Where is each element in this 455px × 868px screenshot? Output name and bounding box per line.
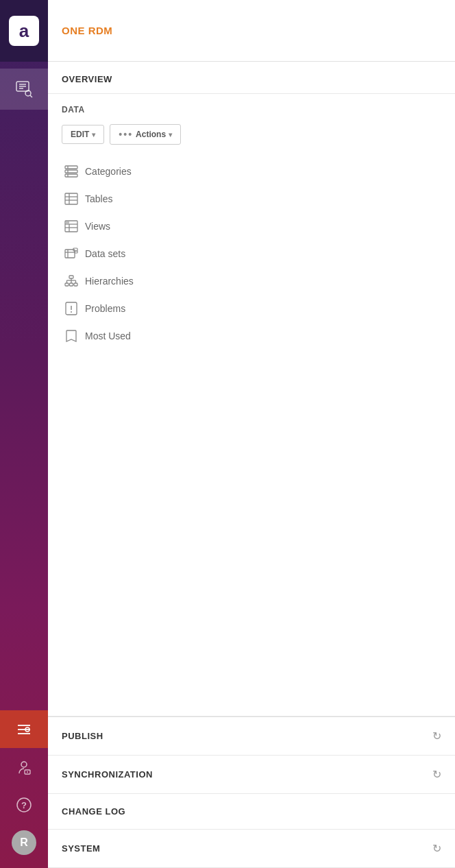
actions-dots-icon: ••• [119,129,133,140]
publish-label: PUBLISH [62,731,103,741]
synchronization-label: SYNCHRONIZATION [62,769,153,780]
svg-rect-35 [75,251,77,253]
edit-chevron-icon: ▾ [92,131,95,138]
topbar: ONE RDM [48,0,455,62]
main-content: ONE RDM OVERVIEW DATA EDIT ▾ ••• Actions… [48,0,455,868]
views-icon [64,219,78,233]
overview-title: OVERVIEW [62,74,112,84]
nav-label-views: Views [85,221,110,232]
data-section: DATA EDIT ▾ ••• Actions ▾ [48,94,455,716]
synchronization-section[interactable]: SYNCHRONIZATION ↻ [48,756,455,794]
content-area: OVERVIEW DATA EDIT ▾ ••• Actions ▾ [48,62,455,868]
svg-rect-17 [65,170,77,173]
data-query-icon [15,80,33,98]
actions-chevron-icon: ▾ [169,131,172,138]
svg-point-11 [21,762,27,767]
edit-button[interactable]: EDIT ▾ [62,125,104,144]
svg-rect-18 [65,174,77,177]
sidebar: a [0,0,48,868]
system-refresh-icon[interactable]: ↻ [432,842,441,855]
sidebar-item-user-avatar[interactable]: R [0,823,48,861]
app-logo[interactable]: a [9,16,39,46]
changelog-label: CHANGE LOG [62,806,125,817]
categories-icon [64,165,78,178]
nav-label-hierarchies: Hierarchies [85,276,134,287]
sidebar-item-user-security[interactable] [0,748,48,786]
svg-rect-39 [74,283,77,286]
nav-item-categories[interactable]: Categories [62,158,441,184]
nav-item-views[interactable]: Views [62,213,441,239]
publish-refresh-icon[interactable]: ↻ [432,730,441,743]
overview-section: OVERVIEW [48,62,455,94]
tables-icon [64,192,78,206]
changelog-section[interactable]: CHANGE LOG [48,794,455,830]
svg-line-5 [30,95,32,97]
problems-icon [64,302,78,315]
settings-list-icon [15,721,33,738]
app-title: ONE RDM [62,25,112,36]
nav-label-categories: Categories [85,166,132,177]
toolbar: EDIT ▾ ••• Actions ▾ [62,124,441,145]
nav-item-tables[interactable]: Tables [62,186,441,212]
svg-point-47 [71,311,72,313]
datasets-icon [64,247,78,261]
svg-rect-36 [69,276,73,278]
nav-label-tables: Tables [85,193,112,204]
nav-label-problems: Problems [85,303,125,314]
user-security-icon [15,758,33,776]
publish-section[interactable]: PUBLISH ↻ [48,717,455,756]
sidebar-item-settings-list[interactable] [0,710,48,748]
sidebar-bottom: ? R [0,710,48,868]
svg-rect-22 [65,193,77,204]
mostused-icon [64,329,78,343]
nav-item-problems[interactable]: Problems [62,296,441,322]
nav-label-datasets: Data sets [85,248,125,259]
sidebar-nav [0,62,48,710]
svg-rect-37 [65,283,69,286]
hierarchies-icon [64,274,78,288]
nav-item-hierarchies[interactable]: Hierarchies [62,268,441,294]
system-section[interactable]: SYSTEM ↻ [48,830,455,868]
sidebar-item-data-query[interactable] [0,69,48,110]
svg-text:?: ? [21,800,27,810]
actions-button[interactable]: ••• Actions ▾ [110,124,181,145]
sidebar-item-help[interactable]: ? [0,786,48,823]
data-nav-list: Categories Tables [62,158,441,349]
avatar: R [12,830,36,855]
svg-rect-16 [65,166,77,169]
bottom-sections: PUBLISH ↻ SYNCHRONIZATION ↻ CHANGE LOG S… [48,716,455,868]
help-icon: ? [15,796,33,814]
svg-rect-30 [66,221,69,224]
svg-point-13 [27,771,28,773]
nav-item-mostused[interactable]: Most Used [62,323,441,349]
logo-area: a [0,0,48,62]
data-section-title: DATA [62,105,441,114]
nav-label-mostused: Most Used [85,330,131,341]
system-label: SYSTEM [62,843,100,854]
nav-item-datasets[interactable]: Data sets [62,241,441,267]
synchronization-refresh-icon[interactable]: ↻ [432,768,441,781]
svg-rect-38 [70,283,73,286]
